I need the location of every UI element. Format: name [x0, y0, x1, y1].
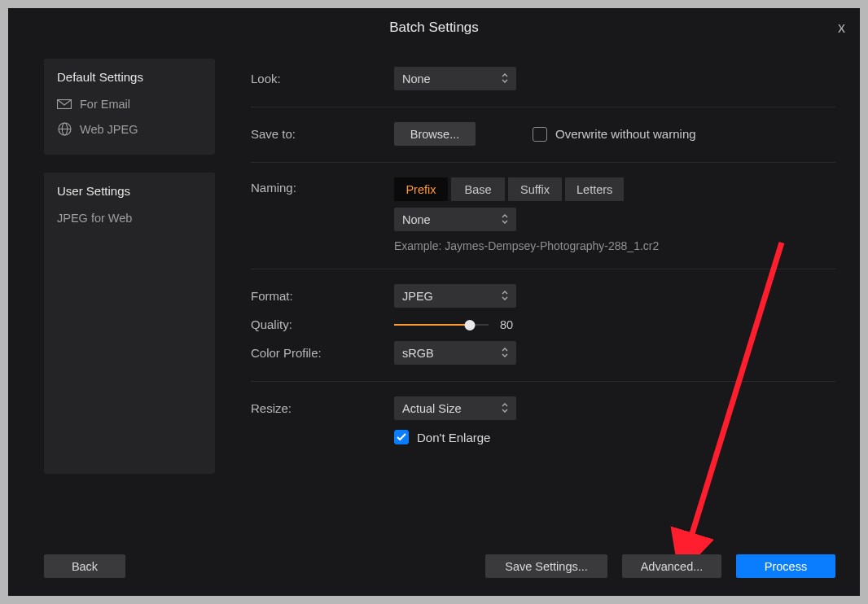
color-profile-select[interactable]: sRGB — [394, 341, 516, 365]
sidebar: Default Settings For Email Web JPEG User… — [44, 59, 215, 580]
color-profile-label: Color Profile: — [251, 346, 394, 360]
look-label: Look: — [251, 72, 394, 85]
overwrite-checkbox[interactable] — [533, 127, 547, 142]
seg-letters[interactable]: Letters — [565, 177, 624, 201]
naming-example: Example: Jaymes-Dempsey-Photography-288_… — [394, 239, 659, 252]
quality-value: 80 — [500, 318, 513, 331]
back-button[interactable]: Back — [44, 554, 125, 578]
process-button[interactable]: Process — [736, 554, 835, 578]
chevron-updown-icon — [502, 291, 508, 302]
footer: Back Save Settings... Advanced... Proces… — [44, 554, 835, 578]
advanced-button[interactable]: Advanced... — [622, 554, 721, 578]
naming-select[interactable]: None — [394, 208, 516, 231]
naming-segmented: Prefix Base Suffix Letters — [394, 177, 659, 201]
format-label: Format: — [251, 289, 394, 303]
browse-button[interactable]: Browse... — [394, 122, 476, 146]
sidebar-item-web-jpeg[interactable]: Web JPEG — [57, 116, 202, 142]
resize-label: Resize: — [251, 401, 394, 415]
look-value: None — [402, 72, 431, 85]
section-resize: Resize: Actual Size Don't Enlarg — [251, 382, 835, 461]
chevron-updown-icon — [502, 403, 508, 414]
chevron-updown-icon — [502, 73, 508, 85]
mail-icon — [57, 99, 72, 109]
section-look: Look: None — [251, 63, 835, 107]
quality-label: Quality: — [251, 317, 394, 331]
default-settings-header: Default Settings — [57, 70, 202, 84]
format-select[interactable]: JPEG — [394, 284, 516, 308]
sidebar-item-label: JPEG for Web — [57, 212, 132, 225]
dont-enlarge-checkbox[interactable] — [394, 430, 409, 444]
color-profile-value: sRGB — [402, 347, 434, 360]
naming-label: Naming: — [251, 177, 394, 195]
save-to-label: Save to: — [251, 127, 394, 141]
sidebar-item-label: Web JPEG — [80, 123, 138, 136]
seg-suffix[interactable]: Suffix — [508, 177, 562, 201]
look-select[interactable]: None — [394, 67, 516, 90]
user-settings-header: User Settings — [57, 184, 202, 198]
section-naming: Naming: Prefix Base Suffix Letters None — [251, 163, 835, 269]
resize-value: Actual Size — [402, 402, 462, 415]
titlebar: Batch Settings x — [8, 8, 860, 47]
resize-select[interactable]: Actual Size — [394, 396, 516, 420]
format-value: JPEG — [402, 290, 433, 303]
chevron-updown-icon — [502, 214, 508, 225]
globe-icon — [57, 122, 72, 136]
chevron-updown-icon — [502, 348, 508, 359]
overwrite-label: Overwrite without warning — [555, 127, 696, 141]
sidebar-item-jpeg-for-web[interactable]: JPEG for Web — [57, 206, 202, 230]
seg-base[interactable]: Base — [451, 177, 505, 201]
sidebar-item-label: For Email — [80, 98, 130, 111]
section-format: Format: JPEG Quality: — [251, 269, 835, 382]
section-save: Save to: Browse... Overwrite without war… — [251, 107, 835, 163]
seg-prefix[interactable]: Prefix — [394, 177, 448, 201]
save-settings-button[interactable]: Save Settings... — [485, 554, 607, 578]
naming-value: None — [402, 213, 431, 226]
main-panel: Look: None Save to: Browse... — [251, 59, 835, 580]
dont-enlarge-label: Don't Enlarge — [417, 431, 490, 444]
user-settings-group: User Settings JPEG for Web — [44, 173, 215, 474]
window-title: Batch Settings — [389, 20, 479, 36]
default-settings-group: Default Settings For Email Web JPEG — [44, 59, 215, 155]
body: Default Settings For Email Web JPEG User… — [8, 47, 860, 596]
batch-settings-window: Batch Settings x Default Settings For Em… — [8, 8, 860, 596]
sidebar-item-for-email[interactable]: For Email — [57, 92, 202, 116]
close-button[interactable]: x — [838, 20, 845, 37]
quality-slider[interactable] — [394, 318, 489, 331]
